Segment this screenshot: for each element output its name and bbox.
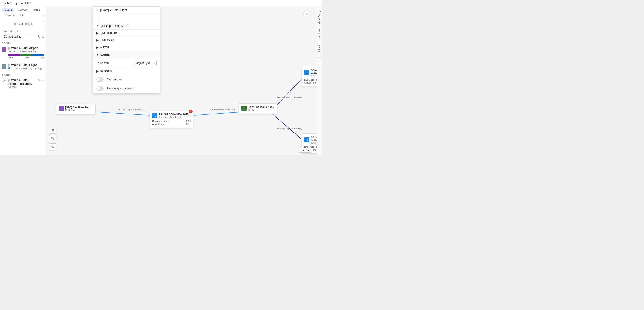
- edge-name: [Example Data] Flight ↔ [Exampl...: [8, 79, 36, 86]
- dfw-icon: 📍: [242, 106, 246, 111]
- flight3-title: AA1064 SAN->DFW 2018...: [311, 136, 317, 142]
- svg-text:Delayed Flights Same Day: Delayed Flights Same Day: [118, 108, 143, 111]
- nodes-section-title: NODES: [2, 42, 44, 45]
- popup-link-airport[interactable]: 📍 [Example Data] Airport: [93, 22, 160, 30]
- node-item-flight: ⇆ [Example Data] Flight 3 nodes, colored…: [2, 63, 44, 72]
- label-label: LABEL: [100, 53, 110, 56]
- value-from-label: Value from: [96, 61, 110, 65]
- app-title-suffix: ...: [32, 1, 35, 5]
- dep-label: Departure Time: [304, 78, 317, 81]
- graph-node-dfw[interactable]: 📍 [DFW] Dallas/Fort W... Texas: [239, 103, 277, 114]
- flight2-info: AA1064 DFW->SAN 2018... [Example Data] F…: [311, 68, 317, 77]
- badges-section[interactable]: ▶ BADGES: [93, 68, 160, 75]
- add-object-button[interactable]: ⊕ + Add object: [2, 21, 44, 27]
- question-icon: ?: [306, 12, 308, 16]
- show-edges-reversed-label: Show edges reversed: [106, 87, 134, 90]
- style-select[interactable]: Default styling: [2, 34, 36, 39]
- zoom-out-button[interactable]: 🔍: [49, 144, 56, 150]
- edit-style-icon[interactable]: ✎: [37, 35, 40, 38]
- width-label: WIDTH: [100, 46, 109, 49]
- graph-node-flight1[interactable]: ⇆ AA1004 SFO->DFW 2018... [Example Data]…: [150, 111, 193, 128]
- flight1-title: AA1004 SFO->DFW 2018...: [159, 113, 191, 116]
- edit-edge-icon[interactable]: ✎: [38, 79, 40, 82]
- popup-vertical-line: [93, 14, 160, 22]
- show-arrows-row: Show arrows: [93, 75, 160, 84]
- airport-color-bar: [8, 54, 44, 56]
- color-label-sfo: SFO: [8, 56, 13, 59]
- style-select-row: Default styling ✎ ⊕: [2, 34, 44, 39]
- tab-histogram[interactable]: Histogram: [2, 13, 17, 17]
- svg-line-1: [194, 112, 241, 115]
- show-edges-reversed-row: Show edges reversed: [93, 84, 160, 93]
- line-color-header: ▶ LINE COLOR: [96, 31, 156, 35]
- right-tab-search-around[interactable]: Search Around: [317, 41, 322, 60]
- dfw-info: [DFW] Dallas/Fort W... Texas: [248, 105, 274, 111]
- dfw-sub: Texas: [248, 108, 274, 111]
- right-tab-model-config[interactable]: Model Config: [317, 9, 322, 26]
- line-type-header: ▶ LINE TYPE: [96, 39, 156, 42]
- app-container: Flight Delay Template* ... Layers Select…: [0, 0, 322, 155]
- flight2-icon: ⇆: [304, 70, 309, 75]
- left-panel: Layers Selection Search Histogram Info «…: [0, 6, 46, 155]
- flight3-icon: ⇆: [304, 137, 309, 143]
- sfo-header: 📍 [SFO] San Francisco ... California: [59, 106, 93, 111]
- tab-selection[interactable]: Selection: [14, 8, 29, 12]
- sfo-sub: California: [65, 109, 93, 111]
- graph-node-flight2[interactable]: ⇆ AA1064 DFW->SAN 2018... [Example Data]…: [302, 66, 317, 86]
- tab-search[interactable]: Search: [30, 8, 42, 12]
- tabs-row: Layers Selection Search Histogram Info «: [0, 6, 46, 19]
- line-type-section[interactable]: ▶ LINE TYPE: [93, 37, 160, 44]
- value-from-select[interactable]: Object Type: [134, 60, 156, 66]
- sfo-info: [SFO] San Francisco ... California: [65, 106, 93, 111]
- edge-item: -- ⇆ 📍 [Example Data] Flight ↔ [Exampl..…: [2, 79, 44, 88]
- collapse-button[interactable]: «: [43, 13, 44, 17]
- show-arrows-label: Show arrows: [106, 78, 122, 81]
- flight-link-icon: ⇆: [96, 9, 98, 12]
- plus-circle-icon: ⊕: [14, 22, 16, 25]
- canvas-edges-svg: Delayed Flights Same Day Delayed Flights…: [46, 6, 317, 155]
- popup-link-flight[interactable]: ⇆ [Example Data] Flight: [93, 7, 160, 14]
- airport-node-info: [Example Data] Airport 3 nodes, colored …: [8, 47, 44, 59]
- zoom-in-button[interactable]: 🔍: [49, 135, 56, 142]
- main-area: Layers Selection Search Histogram Info «…: [0, 6, 322, 155]
- airport-node-sub: 3 nodes, colored by Airport: [8, 50, 44, 53]
- flight1-table: Departure Time0215 Arrival Time0732: [152, 120, 191, 126]
- flight3-sub: [Example Data] Flight: [311, 142, 317, 144]
- edge-info: [Example Data] Flight ↔ [Exampl... 6 edg…: [8, 79, 36, 88]
- series-button[interactable]: Series: [299, 148, 311, 153]
- show-arrows-toggle[interactable]: [96, 77, 104, 82]
- show-edges-reversed-toggle[interactable]: [96, 86, 104, 91]
- tab-info[interactable]: Info: [18, 13, 26, 17]
- svg-line-0: [96, 112, 151, 115]
- svg-text:Delayed Flights Same Day: Delayed Flights Same Day: [210, 108, 235, 111]
- info-icon: ℹ: [17, 29, 18, 32]
- badges-header: ▶ BADGES: [96, 70, 156, 73]
- canvas-area: ? Delayed Flights Same Day Delayed Fligh…: [46, 6, 317, 155]
- help-button[interactable]: ?: [304, 11, 310, 17]
- flight1-sub: [Example Data] Flight: [159, 116, 191, 118]
- badges-label: BADGES: [100, 70, 112, 73]
- line-color-label: LINE COLOR: [100, 31, 117, 35]
- canvas-tools: ⊡ 🔍 🔍: [49, 127, 56, 150]
- airport-node-icon: 📍: [2, 47, 6, 52]
- color-seg-blue: [32, 54, 44, 56]
- airport-link-icon: 📍: [96, 24, 100, 27]
- arr-label: Arrival Time: [152, 123, 181, 126]
- table-row: Arrival Time0944: [304, 81, 317, 84]
- more-edge-icon[interactable]: ⋯: [41, 79, 44, 82]
- flight-node-info: [Example Data] Flight 3 nodes, colored b…: [8, 63, 44, 70]
- color-seg-green: [20, 54, 32, 56]
- right-tab-simulation[interactable]: Simulation: [317, 26, 322, 41]
- width-section[interactable]: ▶ WIDTH: [93, 44, 160, 51]
- flight1-header: ⇆ AA1004 SFO->DFW 2018... [Example Data]…: [152, 113, 191, 118]
- line-color-section[interactable]: ▶ LINE COLOR: [93, 30, 160, 37]
- label-section[interactable]: ▼ LABEL: [93, 51, 160, 58]
- add-style-icon[interactable]: ⊕: [42, 35, 44, 38]
- connector-line: [98, 15, 99, 21]
- graph-node-sfo[interactable]: 📍 [SFO] San Francisco ... California: [56, 104, 96, 115]
- fit-view-button[interactable]: ⊡: [49, 127, 56, 134]
- tab-layers[interactable]: Layers: [2, 8, 14, 12]
- line-type-label: LINE TYPE: [100, 39, 114, 42]
- color-label-san: SAN: [40, 56, 44, 59]
- chevron-right-icon: ▶: [96, 46, 98, 49]
